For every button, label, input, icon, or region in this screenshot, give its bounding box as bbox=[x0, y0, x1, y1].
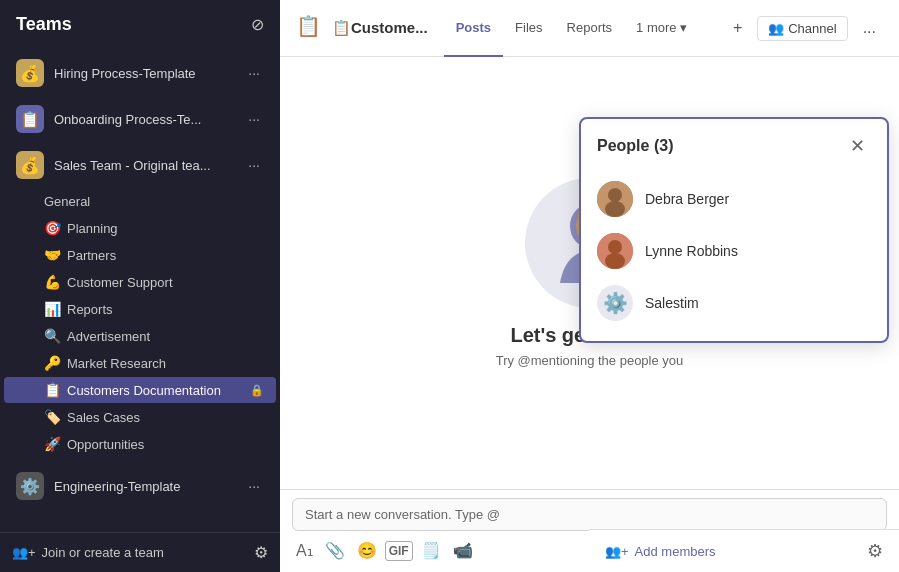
channel-emoji-opportunities: 🚀 bbox=[44, 436, 61, 452]
channel-market-research[interactable]: 🔑 Market Research bbox=[4, 350, 276, 376]
chevron-down-icon: ▾ bbox=[680, 20, 687, 35]
gif-icon[interactable]: GIF bbox=[385, 541, 413, 561]
channel-name-planning: Planning bbox=[67, 221, 264, 236]
emoji-icon[interactable]: 😊 bbox=[353, 537, 381, 564]
add-members-button[interactable]: 👥+ Add members bbox=[605, 544, 716, 559]
channel-name-general: General bbox=[44, 194, 264, 209]
sticker-icon[interactable]: 🗒️ bbox=[417, 537, 445, 564]
channel-partners[interactable]: 🤝 Partners bbox=[4, 242, 276, 268]
team-avatar-sales: 💰 bbox=[16, 151, 44, 179]
avatar-debra bbox=[597, 181, 633, 217]
team-item-hiring[interactable]: 💰 Hiring Process-Template ··· bbox=[4, 51, 276, 95]
channel-name-market-research: Market Research bbox=[67, 356, 264, 371]
filter-icon[interactable]: ⊘ bbox=[251, 15, 264, 34]
team-more-onboarding[interactable]: ··· bbox=[244, 109, 264, 129]
svg-point-6 bbox=[608, 188, 622, 202]
person-name-salestim: Salestim bbox=[645, 295, 699, 311]
channel-name-partners: Partners bbox=[67, 248, 264, 263]
person-row-salestim[interactable]: ⚙️ Salestim bbox=[581, 277, 887, 329]
person-name-lynne: Lynne Robbins bbox=[645, 243, 738, 259]
team-more-hiring[interactable]: ··· bbox=[244, 63, 264, 83]
team-more-engineering[interactable]: ··· bbox=[244, 476, 264, 496]
compose-input[interactable]: Start a new conversation. Type @ bbox=[292, 498, 887, 531]
team-item-engineering[interactable]: ⚙️ Engineering-Template ··· bbox=[4, 464, 276, 508]
header-actions: + 👥 Channel ... bbox=[726, 14, 883, 42]
channel-emoji-customer-support: 💪 bbox=[44, 274, 61, 290]
nav-tabs: Posts Files Reports 1 more ▾ bbox=[444, 0, 699, 57]
channel-advertisement[interactable]: 🔍 Advertisement bbox=[4, 323, 276, 349]
channel-header-icon: 📋 bbox=[296, 14, 324, 42]
sidebar-header: Teams ⊘ bbox=[0, 0, 280, 49]
channel-emoji-advertisement: 🔍 bbox=[44, 328, 61, 344]
team-item-sales[interactable]: 💰 Sales Team - Original tea... ··· bbox=[4, 143, 276, 187]
more-options-button[interactable]: ... bbox=[856, 14, 883, 42]
team-name-onboarding: Onboarding Process-Te... bbox=[54, 112, 244, 127]
attach-icon[interactable]: 📎 bbox=[321, 537, 349, 564]
channel-emoji-reports: 📊 bbox=[44, 301, 61, 317]
join-team-button[interactable]: 👥+ Join or create a team bbox=[12, 545, 164, 560]
add-members-icon: 👥+ bbox=[605, 544, 629, 559]
right-panel-footer: 👥+ Add members ⚙ bbox=[589, 529, 899, 572]
team-avatar-hiring: 💰 bbox=[16, 59, 44, 87]
channel-reports[interactable]: 📊 Reports bbox=[4, 296, 276, 322]
meet-icon[interactable]: 📹 bbox=[449, 537, 477, 564]
channel-name-advertisement: Advertisement bbox=[67, 329, 264, 344]
channel-opportunities[interactable]: 🚀 Opportunities bbox=[4, 431, 276, 457]
channel-emoji-sales-cases: 🏷️ bbox=[44, 409, 61, 425]
person-row-debra[interactable]: Debra Berger bbox=[581, 173, 887, 225]
avatar-salestim: ⚙️ bbox=[597, 285, 633, 321]
tab-more[interactable]: 1 more ▾ bbox=[624, 0, 698, 57]
team-name-engineering: Engineering-Template bbox=[54, 479, 244, 494]
channel-header-title: 📋Custome... bbox=[332, 19, 428, 37]
people-icon: 👥 bbox=[768, 21, 784, 36]
team-item-onboarding[interactable]: 📋 Onboarding Process-Te... ··· bbox=[4, 97, 276, 141]
avatar-lynne bbox=[597, 233, 633, 269]
channel-sales-cases[interactable]: 🏷️ Sales Cases bbox=[4, 404, 276, 430]
team-name-hiring: Hiring Process-Template bbox=[54, 66, 244, 81]
channel-emoji-planning: 🎯 bbox=[44, 220, 61, 236]
channel-name-sales-cases: Sales Cases bbox=[67, 410, 264, 425]
svg-point-10 bbox=[605, 253, 625, 269]
channel-general[interactable]: General bbox=[4, 189, 276, 214]
empty-subtitle: Try @mentioning the people you bbox=[496, 353, 684, 368]
svg-point-7 bbox=[605, 201, 625, 217]
channel-planning[interactable]: 🎯 Planning bbox=[4, 215, 276, 241]
join-team-icon: 👥+ bbox=[12, 545, 36, 560]
settings-icon[interactable]: ⚙ bbox=[254, 543, 268, 562]
channel-emoji-customers-docs: 📋 bbox=[44, 382, 61, 398]
sidebar-title: Teams bbox=[16, 14, 72, 35]
join-team-label: Join or create a team bbox=[42, 545, 164, 560]
channel-name-customers-docs: Customers Documentation bbox=[67, 383, 246, 398]
channel-customers-docs[interactable]: 📋 Customers Documentation 🔒 bbox=[4, 377, 276, 403]
main-header: 📋 📋Custome... Posts Files Reports 1 more… bbox=[280, 0, 899, 57]
people-panel-close-button[interactable]: ✕ bbox=[844, 133, 871, 159]
right-panel-settings-icon[interactable]: ⚙ bbox=[867, 540, 883, 562]
channel-emoji-partners: 🤝 bbox=[44, 247, 61, 263]
main-area: 📋 📋Custome... Posts Files Reports 1 more… bbox=[280, 0, 899, 572]
people-panel: People (3) ✕ Debra Berger bbox=[579, 117, 889, 343]
team-more-sales[interactable]: ··· bbox=[244, 155, 264, 175]
svg-point-9 bbox=[608, 240, 622, 254]
person-name-debra: Debra Berger bbox=[645, 191, 729, 207]
main-body: Let's get the con Try @mentioning the pe… bbox=[280, 57, 899, 489]
tab-reports[interactable]: Reports bbox=[555, 0, 625, 57]
team-avatar-onboarding: 📋 bbox=[16, 105, 44, 133]
channel-customer-support[interactable]: 💪 Customer Support bbox=[4, 269, 276, 295]
person-row-lynne[interactable]: Lynne Robbins bbox=[581, 225, 887, 277]
add-tab-button[interactable]: + bbox=[726, 14, 749, 42]
team-name-sales: Sales Team - Original tea... bbox=[54, 158, 244, 173]
channel-name-opportunities: Opportunities bbox=[67, 437, 264, 452]
tab-posts[interactable]: Posts bbox=[444, 0, 503, 57]
sidebar: Teams ⊘ 💰 Hiring Process-Template ··· 📋 … bbox=[0, 0, 280, 572]
channel-members-button[interactable]: 👥 Channel bbox=[757, 16, 847, 41]
channel-emoji-market-research: 🔑 bbox=[44, 355, 61, 371]
people-panel-list: Debra Berger Lynne Robbins ⚙️ Salestim bbox=[581, 169, 887, 341]
tab-files[interactable]: Files bbox=[503, 0, 554, 57]
people-panel-header: People (3) ✕ bbox=[581, 119, 887, 169]
team-avatar-engineering: ⚙️ bbox=[16, 472, 44, 500]
channel-group-sales: General 🎯 Planning 🤝 Partners 💪 Customer… bbox=[0, 189, 280, 462]
format-icon[interactable]: A₁ bbox=[292, 537, 317, 564]
sidebar-list: 💰 Hiring Process-Template ··· 📋 Onboardi… bbox=[0, 49, 280, 532]
sidebar-footer: 👥+ Join or create a team ⚙ bbox=[0, 532, 280, 572]
channel-name-customer-support: Customer Support bbox=[67, 275, 264, 290]
